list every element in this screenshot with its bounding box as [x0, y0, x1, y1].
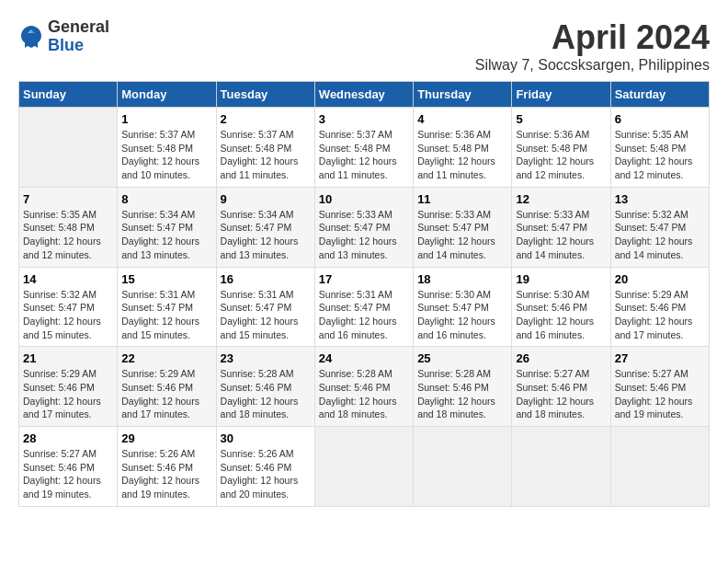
header-saturday: Saturday: [610, 82, 709, 108]
day-info: Sunrise: 5:28 AM Sunset: 5:46 PM Dayligh…: [221, 367, 311, 421]
day-number: 3: [319, 112, 409, 126]
day-number: 29: [121, 431, 211, 445]
logo-icon: [18, 24, 44, 50]
day-number: 11: [417, 192, 507, 206]
day-number: 27: [615, 351, 705, 365]
day-number: 5: [516, 112, 606, 126]
day-cell: [314, 427, 413, 507]
day-cell: 26Sunrise: 5:27 AM Sunset: 5:46 PM Dayli…: [512, 347, 610, 427]
header-thursday: Thursday: [414, 82, 512, 108]
day-number: 15: [121, 272, 211, 286]
day-number: 2: [221, 112, 311, 126]
header-friday: Friday: [512, 82, 610, 108]
day-cell: 20Sunrise: 5:29 AM Sunset: 5:46 PM Dayli…: [610, 267, 709, 347]
day-info: Sunrise: 5:32 AM Sunset: 5:47 PM Dayligh…: [615, 208, 705, 262]
day-info: Sunrise: 5:27 AM Sunset: 5:46 PM Dayligh…: [516, 367, 606, 421]
day-info: Sunrise: 5:26 AM Sunset: 5:46 PM Dayligh…: [221, 447, 311, 501]
day-number: 14: [23, 272, 113, 286]
header-wednesday: Wednesday: [314, 82, 413, 108]
day-info: Sunrise: 5:37 AM Sunset: 5:48 PM Dayligh…: [221, 128, 311, 182]
day-number: 13: [615, 192, 705, 206]
day-cell: [610, 427, 709, 507]
day-number: 26: [516, 351, 606, 365]
day-cell: 15Sunrise: 5:31 AM Sunset: 5:47 PM Dayli…: [118, 267, 216, 347]
day-number: 12: [516, 192, 606, 206]
day-info: Sunrise: 5:29 AM Sunset: 5:46 PM Dayligh…: [121, 367, 211, 421]
day-info: Sunrise: 5:36 AM Sunset: 5:48 PM Dayligh…: [516, 128, 606, 182]
day-cell: 3Sunrise: 5:37 AM Sunset: 5:48 PM Daylig…: [314, 108, 413, 188]
day-info: Sunrise: 5:29 AM Sunset: 5:46 PM Dayligh…: [615, 288, 705, 342]
day-info: Sunrise: 5:37 AM Sunset: 5:48 PM Dayligh…: [121, 128, 211, 182]
day-cell: 27Sunrise: 5:27 AM Sunset: 5:46 PM Dayli…: [610, 347, 709, 427]
header-monday: Monday: [118, 82, 216, 108]
day-info: Sunrise: 5:35 AM Sunset: 5:48 PM Dayligh…: [615, 128, 705, 182]
day-cell: 4Sunrise: 5:36 AM Sunset: 5:48 PM Daylig…: [414, 108, 512, 188]
day-number: 4: [417, 112, 507, 126]
day-info: Sunrise: 5:31 AM Sunset: 5:47 PM Dayligh…: [319, 288, 409, 342]
day-number: 24: [319, 351, 409, 365]
day-number: 7: [23, 192, 113, 206]
day-number: 28: [23, 431, 113, 445]
day-cell: 30Sunrise: 5:26 AM Sunset: 5:46 PM Dayli…: [216, 427, 314, 507]
day-cell: 11Sunrise: 5:33 AM Sunset: 5:47 PM Dayli…: [414, 187, 512, 267]
day-cell: 19Sunrise: 5:30 AM Sunset: 5:46 PM Dayli…: [512, 267, 610, 347]
day-number: 16: [221, 272, 311, 286]
week-row-3: 14Sunrise: 5:32 AM Sunset: 5:47 PM Dayli…: [19, 267, 710, 347]
day-info: Sunrise: 5:31 AM Sunset: 5:47 PM Dayligh…: [121, 288, 211, 342]
day-cell: 7Sunrise: 5:35 AM Sunset: 5:48 PM Daylig…: [19, 187, 118, 267]
day-cell: 16Sunrise: 5:31 AM Sunset: 5:47 PM Dayli…: [216, 267, 314, 347]
title-block: April 2024 Silway 7, Soccsksargen, Phili…: [475, 18, 710, 74]
day-cell: 10Sunrise: 5:33 AM Sunset: 5:47 PM Dayli…: [314, 187, 413, 267]
day-info: Sunrise: 5:34 AM Sunset: 5:47 PM Dayligh…: [221, 208, 311, 262]
day-info: Sunrise: 5:27 AM Sunset: 5:46 PM Dayligh…: [615, 367, 705, 421]
day-cell: 6Sunrise: 5:35 AM Sunset: 5:48 PM Daylig…: [610, 108, 709, 188]
day-number: 25: [417, 351, 507, 365]
day-number: 9: [221, 192, 311, 206]
day-cell: 5Sunrise: 5:36 AM Sunset: 5:48 PM Daylig…: [512, 108, 610, 188]
week-row-5: 28Sunrise: 5:27 AM Sunset: 5:46 PM Dayli…: [19, 427, 710, 507]
week-row-2: 7Sunrise: 5:35 AM Sunset: 5:48 PM Daylig…: [19, 187, 710, 267]
day-info: Sunrise: 5:37 AM Sunset: 5:48 PM Dayligh…: [319, 128, 409, 182]
day-cell: 25Sunrise: 5:28 AM Sunset: 5:46 PM Dayli…: [414, 347, 512, 427]
day-number: 20: [615, 272, 705, 286]
day-number: 18: [417, 272, 507, 286]
day-number: 21: [23, 351, 113, 365]
day-info: Sunrise: 5:28 AM Sunset: 5:46 PM Dayligh…: [319, 367, 409, 421]
day-cell: [512, 427, 610, 507]
day-info: Sunrise: 5:33 AM Sunset: 5:47 PM Dayligh…: [516, 208, 606, 262]
day-cell: 2Sunrise: 5:37 AM Sunset: 5:48 PM Daylig…: [216, 108, 314, 188]
day-info: Sunrise: 5:33 AM Sunset: 5:47 PM Dayligh…: [417, 208, 507, 262]
calendar-table: SundayMondayTuesdayWednesdayThursdayFrid…: [18, 81, 710, 507]
day-cell: 29Sunrise: 5:26 AM Sunset: 5:46 PM Dayli…: [118, 427, 216, 507]
header-tuesday: Tuesday: [216, 82, 314, 108]
day-info: Sunrise: 5:32 AM Sunset: 5:47 PM Dayligh…: [23, 288, 113, 342]
day-cell: 17Sunrise: 5:31 AM Sunset: 5:47 PM Dayli…: [314, 267, 413, 347]
day-cell: 13Sunrise: 5:32 AM Sunset: 5:47 PM Dayli…: [610, 187, 709, 267]
day-info: Sunrise: 5:35 AM Sunset: 5:48 PM Dayligh…: [23, 208, 113, 262]
day-info: Sunrise: 5:27 AM Sunset: 5:46 PM Dayligh…: [23, 447, 113, 501]
day-number: 1: [121, 112, 211, 126]
day-info: Sunrise: 5:31 AM Sunset: 5:47 PM Dayligh…: [221, 288, 311, 342]
subtitle: Silway 7, Soccsksargen, Philippines: [475, 57, 710, 74]
main-title: April 2024: [475, 18, 710, 57]
day-info: Sunrise: 5:28 AM Sunset: 5:46 PM Dayligh…: [417, 367, 507, 421]
day-number: 17: [319, 272, 409, 286]
day-info: Sunrise: 5:26 AM Sunset: 5:46 PM Dayligh…: [121, 447, 211, 501]
day-cell: 22Sunrise: 5:29 AM Sunset: 5:46 PM Dayli…: [118, 347, 216, 427]
day-cell: [414, 427, 512, 507]
calendar-header-row: SundayMondayTuesdayWednesdayThursdayFrid…: [19, 82, 710, 108]
logo: General Blue: [18, 18, 109, 55]
day-number: 6: [615, 112, 705, 126]
day-info: Sunrise: 5:30 AM Sunset: 5:46 PM Dayligh…: [516, 288, 606, 342]
day-info: Sunrise: 5:33 AM Sunset: 5:47 PM Dayligh…: [319, 208, 409, 262]
logo-text: General Blue: [48, 18, 109, 55]
day-cell: 24Sunrise: 5:28 AM Sunset: 5:46 PM Dayli…: [314, 347, 413, 427]
day-cell: 23Sunrise: 5:28 AM Sunset: 5:46 PM Dayli…: [216, 347, 314, 427]
day-cell: 14Sunrise: 5:32 AM Sunset: 5:47 PM Dayli…: [19, 267, 118, 347]
page-header: General Blue April 2024 Silway 7, Soccsk…: [18, 18, 710, 74]
day-number: 22: [121, 351, 211, 365]
day-cell: 21Sunrise: 5:29 AM Sunset: 5:46 PM Dayli…: [19, 347, 118, 427]
day-number: 10: [319, 192, 409, 206]
day-info: Sunrise: 5:36 AM Sunset: 5:48 PM Dayligh…: [417, 128, 507, 182]
day-number: 30: [221, 431, 311, 445]
